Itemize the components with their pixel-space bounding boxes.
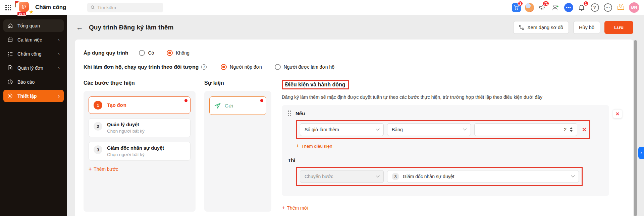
plus-icon: + [282,205,285,211]
events-column: Sự kiện Gửi [204,80,271,212]
step-card-2[interactable]: 2 Quản lý duyệt Chọn người bất kỳ [89,118,191,137]
sidebar-item-label: Quản lý đơn [17,65,43,71]
view-diagram-button[interactable]: Xem dạng sơ đồ [513,21,569,34]
delete-condition-row-button[interactable]: ✕ [582,126,587,133]
number-stepper[interactable] [570,127,573,132]
sidebar-item-reports[interactable]: Báo cáo [3,76,64,88]
holiday-ribbon: 30-4 [17,12,26,16]
action-type-value: Chuyển bước [305,174,333,179]
sidebar-item-overview[interactable]: Tổng quan [3,19,64,32]
step-card-3[interactable]: 3 Giám đốc nhân sự duyệt Chọn người bất … [89,142,191,161]
chevron-right-icon: › [58,65,60,71]
assistant-avatar[interactable] [524,2,534,12]
vertical-scrollbar[interactable] [634,40,637,216]
unsaved-dot [260,99,263,102]
then-label: Thì [288,157,602,163]
step-subtitle: Chọn người bất kỳ [107,152,164,157]
sidebar-item-timekeeping[interactable]: Chấm công › [3,48,64,60]
chevron-down-icon [571,174,575,177]
add-user-icon[interactable] [550,2,560,12]
proxy-target-label: Khi làm đơn hộ, chạy quy trình theo đối … [84,64,199,70]
radio-apply-no[interactable]: Không [167,50,189,56]
target-step-number: 3 [392,173,399,180]
radio-label: Có [148,50,154,56]
search-icon [91,5,95,10]
event-card-send[interactable]: Gửi [209,96,266,115]
gear-icon [7,93,13,99]
save-button[interactable]: Lưu [604,21,633,34]
step-number: 2 [94,122,102,131]
chevron-right-icon: › [58,37,60,43]
search-input[interactable] [97,5,159,10]
document-icon [7,65,13,71]
condition-operator-select[interactable]: Bằng [387,123,471,136]
radio-apply-yes[interactable]: Có [139,50,154,56]
action-target-select[interactable]: 3 Giám đốc nhân sự duyệt [387,170,579,183]
app-grid-menu-icon[interactable] [5,5,11,10]
step-card-1[interactable]: 1 Tạo đơn [89,96,191,114]
chevron-right-icon: › [58,93,60,99]
conditions-column-title: Điều kiện và hành động [282,80,349,89]
sidebar-item-label: Thiết lập [17,93,37,99]
page-title: Quy trình Đăng ký làm thêm [89,24,173,31]
radio-icon [221,64,227,70]
sidebar-item-label: Báo cáo [17,79,35,85]
ideas-icon[interactable] [616,2,626,12]
action-row: Chuyển bước 3 Giám đốc nhân sự duyệt [296,167,583,186]
condition-value: 2 [564,127,567,132]
conditions-description: Đăng ký làm thêm sẽ mặc định được duyệt … [282,94,625,100]
add-new-block-button[interactable]: + Thêm mới [282,205,308,211]
more-options-icon[interactable]: ⋯ [603,2,613,12]
condition-value-input[interactable]: 2 [474,123,577,136]
step-number: 3 [94,145,102,154]
radio-proxy-beneficiary[interactable]: Người được làm đơn hộ [275,64,334,70]
cart-icon[interactable]: 2 [511,2,521,12]
condition-field-select[interactable]: Số giờ làm thêm [300,123,384,136]
add-condition-label: Thêm điều kiện [301,144,332,149]
step-subtitle: Chọn người bất kỳ [107,129,145,134]
fingerprint-app-icon [19,2,29,12]
sidebar-item-settings[interactable]: Thiết lập › [3,90,64,102]
workflow-card: Áp dụng quy trình Có Không Khi [75,40,633,216]
conditions-column: Điều kiện và hành động Đăng ký làm thêm … [282,80,633,212]
page-header: ← Quy trình Đăng ký làm thêm Xem dạng sơ… [67,15,644,40]
steps-panel: 1 Tạo đơn 2 Quản lý duyệt Chọn người bất… [84,91,196,212]
notifications-bell-icon[interactable]: 1 [577,2,587,12]
send-icon [214,102,221,109]
sidebar-item-label: Chấm công [17,51,42,57]
condition-field-value: Số giờ làm thêm [305,127,339,132]
global-search[interactable] [87,3,163,12]
target-step-name: Giám đốc nhân sự duyệt [403,174,454,179]
app-logo: ★ ★ 30-4 [16,0,31,15]
add-step-label: Thêm bước [94,166,118,172]
back-icon[interactable]: ← [76,23,83,31]
plus-icon: + [296,143,299,149]
chat-icon[interactable]: ••• [564,2,574,12]
drag-handle[interactable] [288,111,291,116]
add-step-button[interactable]: + Thêm bước [89,166,118,172]
collapse-panel-tab[interactable]: ‹ [638,147,644,159]
step-title: Giám đốc nhân sự duyệt [107,145,164,151]
step-number: 1 [94,101,102,110]
cancel-button[interactable]: Hủy bỏ [573,21,600,34]
sidebar-item-label: Ca làm việc [17,37,42,43]
add-condition-button[interactable]: + Thêm điều kiện [296,143,332,149]
diagram-icon [519,25,524,30]
radio-proxy-submitter[interactable]: Người nộp đơn [221,64,262,70]
help-icon[interactable]: ? [590,2,600,12]
add-new-label: Thêm mới [287,205,308,211]
user-avatar[interactable]: ĐN [629,2,639,13]
announcements-icon[interactable]: 71 [537,2,547,12]
sidebar-item-requests[interactable]: Quản lý đơn › [3,62,64,74]
sidebar-item-shifts[interactable]: Ca làm việc › [3,33,64,46]
radio-icon [275,64,281,70]
action-type-select[interactable]: Chuyển bước [300,170,384,183]
delete-condition-block-button[interactable]: ✕ [613,109,622,119]
apply-workflow-label: Áp dụng quy trình [84,50,128,56]
condition-block: ✕ Nếu Số giờ làm thêm [282,105,609,196]
step-title: Quản lý duyệt [107,122,145,127]
event-label: Gửi [225,103,233,109]
info-icon[interactable]: i [201,64,207,70]
topbar: ★ ★ 30-4 Chấm công 2 71 [0,0,644,15]
events-panel: Gửi [204,91,271,212]
